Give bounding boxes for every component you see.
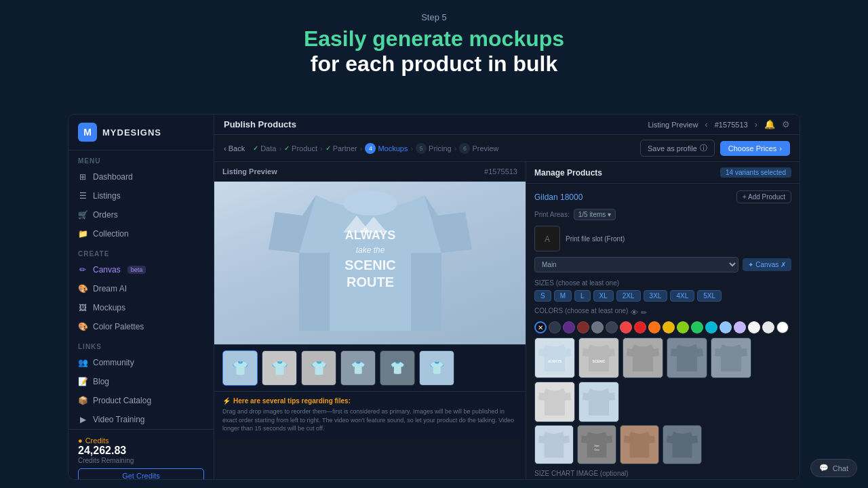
color-swatch-green[interactable] bbox=[691, 321, 703, 333]
size-chips: S M L XL 2XL 3XL 4XL 5XL bbox=[534, 290, 791, 302]
svg-point-0 bbox=[343, 191, 397, 216]
slot-row: A Print file slot (Front) bbox=[534, 226, 791, 251]
thumb-2[interactable]: 👕 bbox=[262, 350, 297, 386]
sidebar-item-productcatalog[interactable]: 📦 Product Catalog bbox=[68, 391, 214, 410]
left-panel: Listing Preview #1575513 ALWAYS take bbox=[214, 162, 526, 479]
color-swatch-lightgray[interactable] bbox=[762, 321, 774, 333]
canvas-button[interactable]: ✦ Canvas ✗ bbox=[743, 258, 791, 271]
color-swatch-darkgray[interactable] bbox=[549, 321, 561, 333]
sidebar-item-videotraining[interactable]: ▶ Video Training bbox=[68, 410, 214, 429]
size-s[interactable]: S bbox=[534, 290, 551, 302]
bc-data[interactable]: ✓ Data bbox=[253, 144, 276, 152]
breadcrumb: ✓ Data › ✓ Product › ✓ Partner › bbox=[253, 143, 498, 154]
mockup-3[interactable] bbox=[623, 338, 663, 378]
color-swatch-offwhite[interactable] bbox=[748, 321, 760, 333]
sidebar-label-orders: Orders bbox=[93, 210, 118, 220]
nav-prev-icon[interactable]: ‹ bbox=[705, 119, 707, 129]
color-swatch-crimson[interactable] bbox=[634, 321, 646, 333]
blog-icon: 📝 bbox=[78, 377, 87, 386]
product-name-link[interactable]: Gildan 18000 bbox=[534, 192, 583, 202]
menu-section-label: MENU bbox=[68, 150, 214, 167]
color-swatch-purple[interactable] bbox=[563, 321, 575, 333]
back-button[interactable]: ‹ Back bbox=[224, 144, 245, 152]
slot-thumbnail: A bbox=[534, 226, 560, 251]
sidebar-label-mockups: Mockups bbox=[93, 303, 125, 312]
thumb-6[interactable]: 👕 bbox=[419, 350, 454, 386]
step-label: Step 5 bbox=[0, 12, 868, 22]
sidebar-item-canvas[interactable]: ✏ Canvas beta bbox=[68, 260, 214, 279]
sidebar-label-listings: Listings bbox=[93, 191, 121, 201]
color-swatch-yellow[interactable] bbox=[663, 321, 675, 333]
sidebar-item-orders[interactable]: 🛒 Orders bbox=[68, 205, 214, 224]
svg-text:ROUTE: ROUTE bbox=[347, 274, 394, 289]
size-l[interactable]: L bbox=[574, 290, 591, 302]
mockup-s4[interactable] bbox=[663, 425, 702, 464]
thumb-4[interactable]: 👕 bbox=[340, 350, 376, 386]
sidebar-label-dashboard: Dashboard bbox=[93, 172, 133, 182]
sidebar-item-listings[interactable]: ☰ Listings bbox=[68, 186, 214, 205]
color-swatch-white[interactable] bbox=[776, 321, 789, 333]
color-swatch-lime[interactable] bbox=[677, 321, 689, 333]
mockup-s2[interactable]: SizeChart bbox=[577, 425, 616, 464]
mockup-7[interactable] bbox=[578, 382, 619, 422]
get-credits-button[interactable]: Get Credits bbox=[78, 468, 204, 479]
size-xl[interactable]: XL bbox=[593, 290, 614, 302]
color-swatch-darkred[interactable] bbox=[577, 321, 589, 333]
sidebar-item-dreamai[interactable]: 🎨 Dream AI bbox=[68, 279, 214, 298]
community-icon: 👥 bbox=[78, 358, 87, 367]
thumb-3[interactable]: 👕 bbox=[301, 350, 336, 386]
color-swatch-lightblue[interactable] bbox=[719, 321, 732, 333]
right-panel: Manage Products 14 variants selected Gil… bbox=[526, 162, 800, 479]
choose-prices-button[interactable]: Choose Prices › bbox=[720, 141, 790, 156]
edit-icon[interactable]: ✏ bbox=[641, 308, 647, 317]
mockup-1[interactable]: ALWAYS bbox=[534, 338, 575, 378]
mockup-4[interactable] bbox=[667, 338, 707, 378]
svg-text:take the: take the bbox=[355, 245, 384, 255]
slot-select[interactable]: Main bbox=[534, 257, 738, 272]
color-swatch-gray[interactable] bbox=[591, 321, 604, 333]
color-swatches: ✕ bbox=[534, 321, 791, 333]
save-profile-button[interactable]: Save as profile ⓘ bbox=[640, 140, 715, 157]
sidebar-item-dashboard[interactable]: ⊞ Dashboard bbox=[68, 167, 214, 186]
mockup-2[interactable]: SCENIC bbox=[578, 338, 619, 378]
color-swatch-orange[interactable] bbox=[648, 321, 660, 333]
sidebar-item-blog[interactable]: 📝 Blog bbox=[68, 372, 214, 391]
color-swatch-lavender[interactable] bbox=[734, 321, 746, 333]
thumb-5[interactable]: 👕 bbox=[380, 350, 415, 386]
thumbnail-strip: 👕 👕 👕 👕 👕 👕 bbox=[214, 344, 526, 391]
mockup-s1[interactable] bbox=[534, 425, 574, 464]
sidebar-item-mockups[interactable]: 🖼 Mockups bbox=[68, 298, 214, 317]
thumb-1[interactable]: 👕 bbox=[222, 350, 258, 386]
nav-next-icon[interactable]: › bbox=[755, 119, 757, 129]
color-swatch-red[interactable] bbox=[620, 321, 632, 333]
sidebar-item-colorpalettes[interactable]: 🎨 Color Palettes bbox=[68, 317, 214, 336]
sidebar-item-collection[interactable]: 📁 Collection bbox=[68, 224, 214, 243]
mockup-s3[interactable] bbox=[620, 425, 659, 464]
size-2xl[interactable]: 2XL bbox=[616, 290, 641, 302]
size-m[interactable]: M bbox=[554, 290, 572, 302]
publish-products-title: Publish Products bbox=[224, 119, 296, 129]
bc-pricing[interactable]: 5 Pricing bbox=[416, 143, 452, 154]
size-4xl[interactable]: 4XL bbox=[670, 290, 694, 302]
credits-amount: 24,262.83 bbox=[78, 445, 204, 457]
color-swatch-selected[interactable]: ✕ bbox=[534, 321, 547, 333]
size-5xl[interactable]: 5XL bbox=[697, 290, 722, 302]
chat-bubble[interactable]: 💬 Chat bbox=[810, 459, 857, 477]
bc-preview[interactable]: 6 Preview bbox=[459, 143, 498, 154]
color-swatch-charcoal[interactable] bbox=[606, 321, 618, 333]
bc-product[interactable]: ✓ Product bbox=[284, 144, 317, 152]
add-product-button[interactable]: + Add Product bbox=[736, 190, 791, 203]
bell-icon[interactable]: 🔔 bbox=[764, 119, 775, 129]
bc-mockups[interactable]: 4 Mockups bbox=[365, 143, 408, 154]
productcatalog-icon: 📦 bbox=[78, 396, 87, 405]
color-swatch-cyan[interactable] bbox=[705, 321, 717, 333]
mockup-6[interactable] bbox=[534, 382, 575, 422]
settings-icon[interactable]: ⚙ bbox=[782, 119, 790, 129]
eye-icon[interactable]: 👁 bbox=[631, 308, 638, 317]
bc-partner[interactable]: ✓ Partner bbox=[326, 144, 357, 152]
dreamai-icon: 🎨 bbox=[78, 284, 87, 293]
sidebar-item-community[interactable]: 👥 Community bbox=[68, 353, 214, 372]
mockup-5[interactable] bbox=[711, 338, 751, 378]
size-3xl[interactable]: 3XL bbox=[644, 290, 668, 302]
items-dropdown[interactable]: 1/5 items ▾ bbox=[574, 209, 616, 220]
